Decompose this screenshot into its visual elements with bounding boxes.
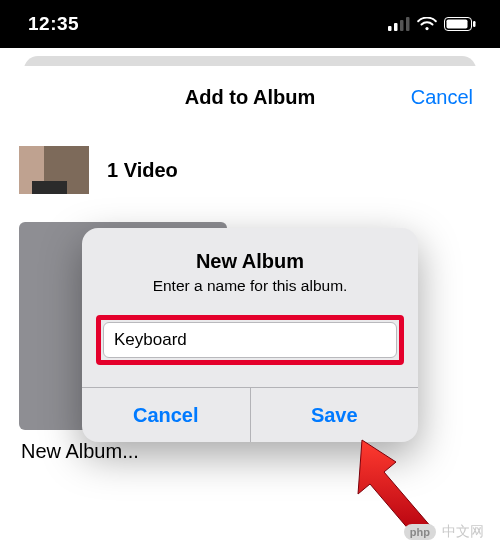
battery-icon xyxy=(444,17,476,31)
alert-title: New Album xyxy=(106,250,394,273)
new-album-alert: New Album Enter a name for this album. C… xyxy=(82,228,418,442)
alert-save-button[interactable]: Save xyxy=(251,388,419,442)
svg-rect-2 xyxy=(400,20,404,31)
album-name-input[interactable] xyxy=(103,322,397,358)
watermark-badge: php xyxy=(404,524,436,540)
new-album-tile-label: New Album... xyxy=(19,440,481,463)
alert-header: New Album Enter a name for this album. xyxy=(82,228,418,301)
alert-subtitle: Enter a name for this album. xyxy=(106,277,394,295)
svg-rect-0 xyxy=(388,26,392,31)
media-summary-row: 1 Video xyxy=(9,128,491,216)
signal-icon xyxy=(388,17,410,31)
wifi-icon xyxy=(417,17,437,31)
watermark-text: 中文网 xyxy=(442,523,484,541)
status-indicators xyxy=(388,17,476,31)
sheet-header: Add to Album Cancel xyxy=(9,66,491,128)
watermark: php 中文网 xyxy=(404,523,484,541)
sheet-cancel-button[interactable]: Cancel xyxy=(411,86,473,109)
status-time: 12:35 xyxy=(28,13,79,35)
alert-input-highlight xyxy=(96,315,404,365)
svg-rect-5 xyxy=(447,20,468,29)
svg-rect-6 xyxy=(473,21,476,27)
sheet-title: Add to Album xyxy=(185,86,315,109)
svg-rect-1 xyxy=(394,23,398,31)
alert-cancel-button[interactable]: Cancel xyxy=(82,388,251,442)
video-thumbnail xyxy=(19,146,89,194)
alert-button-row: Cancel Save xyxy=(82,387,418,442)
status-bar: 12:35 xyxy=(0,0,500,48)
svg-rect-3 xyxy=(406,17,410,31)
media-count-label: 1 Video xyxy=(107,159,178,182)
